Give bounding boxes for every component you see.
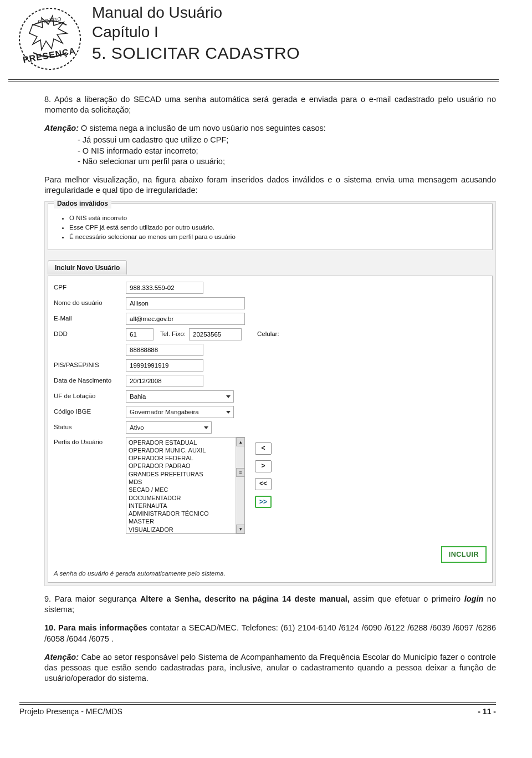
- cpf-input[interactable]: [126, 282, 203, 294]
- logo-stamp: PROJETO PRESENÇA: [8, 0, 89, 75]
- p10-bold: 10. Para mais informações: [44, 623, 147, 632]
- extra-input[interactable]: [126, 344, 203, 356]
- celular-input[interactable]: [283, 328, 335, 340]
- email-input[interactable]: [126, 313, 245, 325]
- attention-2-text: Cabe ao setor responsável pelo Sistema d…: [44, 653, 496, 683]
- list-item[interactable]: DOCUMENTADOR: [127, 494, 233, 502]
- move-right-button[interactable]: >: [255, 460, 272, 472]
- cpf-label: CPF: [54, 283, 126, 292]
- main-content: 8. Após a liberação do SECAD uma senha a…: [0, 94, 532, 684]
- footer: Projeto Presença - MEC/MDS - 11 -: [0, 702, 532, 724]
- list-item[interactable]: OPERADOR MUNIC. AUXIL: [127, 446, 233, 454]
- ibge-select[interactable]: Governador Mangabeira: [126, 406, 234, 418]
- header-rule: [0, 79, 532, 82]
- email-label: E-Mail: [54, 314, 126, 323]
- chapter-title: Capítulo I: [92, 22, 300, 42]
- p9-login: login: [464, 594, 484, 603]
- paragraph-10: 10. Para mais informações contatar a SEC…: [44, 623, 496, 644]
- telfixo-label: Tel. Fixo:: [160, 330, 186, 338]
- title-block: Manual do Usuário Capítulo I 5. SOLICITA…: [89, 0, 300, 75]
- celular-label: Celular:: [257, 330, 279, 338]
- paragraph-9: 9. Para maior segurança Altere a Senha, …: [44, 594, 496, 615]
- uf-label: UF de Lotação: [54, 392, 126, 400]
- ddd-input[interactable]: [126, 328, 154, 340]
- list-item[interactable]: MASTER: [127, 517, 233, 525]
- data-input[interactable]: [126, 375, 203, 387]
- move-left-button[interactable]: <: [255, 442, 272, 455]
- ddd-label: DDD: [54, 330, 126, 338]
- profiles-listbox[interactable]: OPERADOR ESTADUAL OPERADOR MUNIC. AUXIL …: [126, 437, 245, 534]
- nome-input[interactable]: [126, 297, 245, 309]
- screenshot-figure: Dados inválidos O NIS está incorreto Ess…: [44, 201, 496, 586]
- attention-2-para: Atenção: Cabe ao setor responsável pelo …: [44, 652, 496, 684]
- list-item[interactable]: OPERADOR ESTADUAL: [127, 439, 233, 446]
- header: PROJETO PRESENÇA Manual do Usuário Capít…: [0, 0, 532, 75]
- fieldset-legend: Dados inválidos: [54, 200, 111, 208]
- incluir-row: INCLUIR: [54, 546, 487, 563]
- ibge-label: Código IBGE: [54, 408, 126, 416]
- nome-label: Nome do usuário: [54, 299, 126, 307]
- page-number: - 11 -: [478, 707, 496, 716]
- manual-title: Manual do Usuário: [92, 3, 300, 22]
- scrollbar[interactable]: ▴ ≡ ▾: [236, 437, 244, 533]
- list-item[interactable]: OPERADOR FEDERAL: [127, 454, 233, 462]
- perfis-label: Perfis do Usuário: [54, 437, 126, 446]
- attention-label: Atenção:: [44, 124, 79, 133]
- form-note: A senha do usuário é gerada automaticame…: [54, 569, 487, 578]
- list-item: - Não selecionar um perfil para o usuári…: [78, 156, 496, 167]
- move-button-group: < > << >>: [255, 442, 272, 508]
- list-item[interactable]: INTERNAUTA: [127, 502, 233, 510]
- attention-para: Atenção: O sistema nega a inclusão de um…: [44, 123, 496, 134]
- incluir-button[interactable]: INCLUIR: [441, 546, 487, 563]
- list-item: - Já possui um cadastro que utilize o CP…: [78, 135, 496, 145]
- svg-text:PRESENÇA: PRESENÇA: [22, 46, 76, 65]
- form-body: CPF Nome do usuário E-Mail DDD Tel. Fixo…: [48, 276, 493, 583]
- list-item: - O NIS informado estar incorreto;: [78, 146, 496, 156]
- list-item[interactable]: SECAD / MEC: [127, 486, 233, 494]
- paragraph-figure-intro: Para melhor visualização, na figura abai…: [44, 175, 496, 196]
- list-item[interactable]: OPERADOR PADRAO: [127, 462, 233, 470]
- move-all-left-button[interactable]: <<: [255, 478, 272, 490]
- tab-incluir-usuario[interactable]: Incluir Novo Usuário: [48, 260, 127, 275]
- footer-left: Projeto Presença - MEC/MDS: [19, 707, 122, 716]
- status-label: Status: [54, 423, 126, 431]
- scroll-thumb-icon[interactable]: ≡: [236, 468, 245, 477]
- p9-bold: Altere a Senha, descrito na página 14 de…: [140, 594, 350, 603]
- pis-label: PIS/PASEP/NIS: [54, 361, 126, 369]
- scroll-up-icon[interactable]: ▴: [236, 437, 245, 446]
- section-heading: 5. SOLICITAR CADASTRO: [92, 44, 300, 63]
- status-select[interactable]: Ativo: [126, 421, 212, 434]
- p9-intro: 9. Para maior segurança: [44, 594, 140, 603]
- p9-rest1: assim que efetuar o primeiro: [350, 594, 464, 603]
- pis-input[interactable]: [126, 359, 203, 372]
- list-item[interactable]: MDS: [127, 478, 233, 486]
- list-item[interactable]: VISUALIZADOR: [127, 526, 233, 533]
- list-item: Esse CPF já está sendo utilizado por out…: [69, 223, 487, 232]
- list-item: O NIS está incorreto: [69, 214, 487, 222]
- invalid-data-fieldset: Dados inválidos O NIS está incorreto Ess…: [48, 204, 493, 250]
- attention-text: O sistema nega a inclusão de um novo usú…: [79, 124, 326, 133]
- list-item: É necessário selecionar ao menos um perf…: [69, 233, 487, 241]
- list-item[interactable]: GRANDES PREFEITURAS: [127, 470, 233, 478]
- uf-select[interactable]: Bahia: [126, 390, 234, 403]
- error-list: O NIS está incorreto Esse CPF já está se…: [58, 214, 487, 242]
- list-item[interactable]: ADMINISTRADOR TÉCNICO: [127, 510, 233, 517]
- telfixo-input[interactable]: [189, 328, 242, 340]
- paragraph-8: 8. Após a liberação do SECAD uma senha a…: [44, 94, 496, 115]
- tab-strip: Incluir Novo Usuário: [48, 259, 493, 276]
- scroll-down-icon[interactable]: ▾: [236, 525, 245, 533]
- page: PROJETO PRESENÇA Manual do Usuário Capít…: [0, 0, 532, 724]
- bullet-list: - Já possui um cadastro que utilize o CP…: [78, 135, 496, 166]
- attention-2-label: Atenção:: [44, 653, 79, 662]
- move-all-right-button[interactable]: >>: [255, 496, 272, 508]
- data-label: Data de Nascimento: [54, 377, 126, 385]
